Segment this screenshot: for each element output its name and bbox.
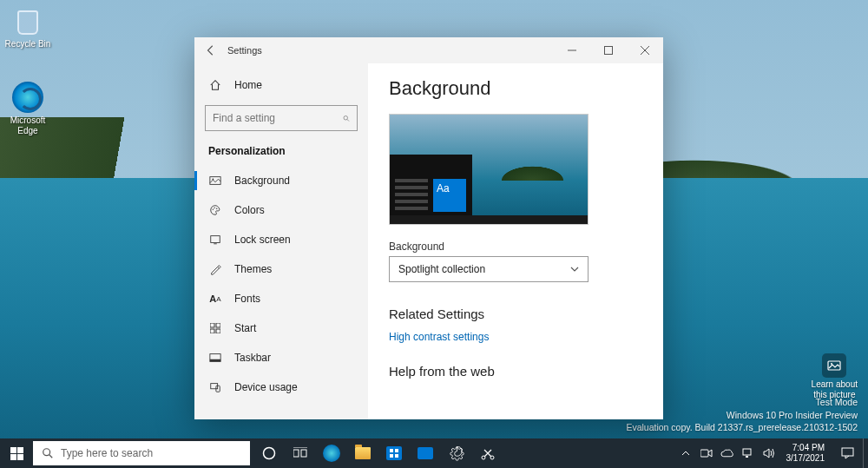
desktop-icon-label: Recycle Bin [3, 39, 52, 49]
tray-overflow[interactable] [675, 438, 696, 468]
action-center-button[interactable] [832, 438, 863, 468]
sidebar-item-start[interactable]: Start [194, 313, 368, 343]
svg-rect-6 [210, 177, 220, 185]
sidebar-item-colors[interactable]: Colors [194, 195, 368, 225]
svg-point-21 [43, 449, 50, 456]
taskbar-app-explorer[interactable] [347, 438, 378, 468]
back-button[interactable] [198, 37, 224, 63]
tray-network-icon[interactable] [738, 438, 759, 468]
tray-meet-now-icon[interactable] [696, 438, 717, 468]
settings-search[interactable] [205, 105, 358, 131]
svg-rect-16 [216, 329, 220, 333]
taskbar-app-store[interactable] [378, 438, 410, 468]
svg-rect-18 [210, 359, 220, 362]
related-settings-heading: Related Settings [389, 307, 642, 321]
taskbar-cortana[interactable] [253, 438, 285, 468]
tray-onedrive-icon[interactable] [717, 438, 738, 468]
minimize-button[interactable] [554, 37, 590, 63]
svg-rect-34 [743, 449, 751, 455]
taskbar-app-edge[interactable] [316, 438, 347, 468]
home-icon [208, 78, 222, 92]
desktop-icon-label: Microsoft Edge [3, 115, 52, 135]
show-desktop-button[interactable] [863, 438, 868, 468]
close-button[interactable] [627, 37, 663, 63]
svg-rect-30 [395, 454, 398, 458]
taskbar-app-settings[interactable] [441, 438, 472, 468]
svg-point-9 [214, 208, 214, 208]
taskbar-search[interactable]: Type here to search [33, 441, 250, 465]
svg-rect-27 [390, 449, 393, 452]
svg-line-5 [347, 119, 349, 121]
tray-volume-icon[interactable] [759, 438, 779, 468]
high-contrast-link[interactable]: High contrast settings [389, 331, 489, 343]
themes-icon [208, 262, 222, 276]
search-icon [42, 447, 54, 459]
settings-sidebar: Home Personalization Background Colors L… [194, 63, 368, 419]
help-heading: Help from the web [389, 364, 642, 379]
sidebar-item-home[interactable]: Home [194, 70, 368, 100]
search-placeholder: Type here to search [61, 447, 153, 459]
sidebar-item-label: Lock screen [234, 234, 291, 246]
svg-rect-28 [395, 449, 398, 452]
search-input[interactable] [213, 112, 343, 124]
recycle-bin-icon [12, 5, 43, 36]
settings-window: Settings Home Personalization Background [194, 37, 663, 419]
sidebar-item-label: Taskbar [234, 352, 271, 364]
sidebar-item-fonts[interactable]: AA Fonts [194, 284, 368, 313]
sidebar-item-label: Colors [234, 204, 265, 216]
windows-logo-icon [10, 447, 23, 460]
page-heading: Background [389, 77, 642, 100]
svg-rect-11 [211, 236, 220, 243]
sidebar-item-device-usage[interactable]: Device usage [194, 372, 368, 402]
sidebar-item-label: Background [234, 175, 290, 187]
taskbar-app-mail[interactable] [410, 438, 441, 468]
spotlight-info-button[interactable]: Learn about this picture [812, 353, 858, 400]
search-icon [343, 113, 350, 124]
sidebar-item-lock-screen[interactable]: Lock screen [194, 225, 368, 254]
svg-rect-12 [214, 243, 217, 244]
window-title: Settings [227, 45, 262, 56]
device-usage-icon [208, 380, 222, 394]
taskbar-app-snip[interactable] [472, 438, 503, 468]
titlebar[interactable]: Settings [194, 37, 663, 63]
svg-point-4 [344, 115, 348, 120]
taskbar-task-view[interactable] [285, 438, 316, 468]
svg-rect-3 [605, 47, 613, 55]
desktop-icon-edge[interactable]: Microsoft Edge [3, 82, 52, 135]
start-button[interactable] [0, 438, 33, 468]
preview-accent-tile: Aa [433, 179, 466, 212]
taskbar-clock[interactable]: 7:04 PM 3/17/2021 [779, 443, 832, 464]
background-field-label: Background [389, 241, 642, 253]
sidebar-item-taskbar[interactable]: Taskbar [194, 343, 368, 372]
system-tray: 7:04 PM 3/17/2021 [675, 438, 869, 468]
sidebar-item-themes[interactable]: Themes [194, 254, 368, 284]
maximize-button[interactable] [590, 37, 627, 63]
background-preview: Aa [389, 114, 589, 225]
sidebar-item-background[interactable]: Background [194, 166, 368, 195]
spotlight-icon [822, 353, 846, 378]
lock-screen-icon [208, 233, 222, 247]
dropdown-value: Spotlight collection [398, 263, 485, 275]
sidebar-category: Personalization [194, 142, 368, 166]
sidebar-item-label: Themes [234, 263, 272, 275]
svg-rect-33 [700, 450, 708, 457]
fonts-icon: AA [208, 292, 222, 306]
svg-rect-14 [216, 323, 220, 327]
sidebar-item-label: Start [234, 322, 256, 334]
svg-line-22 [49, 455, 53, 458]
svg-rect-13 [210, 323, 214, 327]
chevron-down-icon [570, 267, 579, 272]
svg-rect-36 [842, 448, 853, 456]
svg-point-31 [482, 456, 485, 459]
settings-content: Background Aa Background Spotlight colle… [368, 63, 663, 419]
background-dropdown[interactable]: Spotlight collection [389, 256, 589, 282]
svg-rect-29 [390, 454, 393, 458]
start-icon [208, 321, 222, 335]
svg-point-32 [490, 456, 494, 459]
taskbar-icon [208, 351, 222, 365]
palette-icon [208, 203, 222, 217]
svg-point-23 [264, 448, 275, 459]
picture-icon [208, 174, 222, 188]
desktop-icon-recycle-bin[interactable]: Recycle Bin [3, 5, 52, 49]
sidebar-item-label: Fonts [234, 293, 260, 305]
